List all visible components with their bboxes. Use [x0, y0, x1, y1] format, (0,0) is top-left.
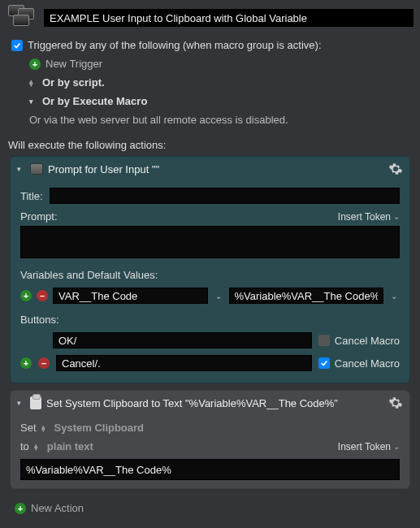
action-title: Prompt for User Input "" — [48, 163, 383, 175]
insert-token-button[interactable]: Insert Token — [338, 211, 400, 223]
add-variable-button[interactable]: + — [20, 290, 32, 301]
to-label: to — [20, 440, 29, 452]
by-script-label[interactable]: Or by script. — [42, 76, 105, 89]
insert-token-button[interactable]: Insert Token — [338, 441, 400, 452]
updown-icon[interactable] — [29, 80, 37, 86]
button-cancel-field[interactable] — [56, 355, 312, 371]
set-target-select[interactable]: System Clipboard — [54, 422, 145, 434]
add-action-button[interactable]: + — [15, 503, 26, 514]
triggered-checkbox[interactable] — [11, 40, 23, 51]
web-server-note: Or via the web server but all remote acc… — [29, 114, 288, 126]
variable-name-field[interactable] — [53, 288, 208, 304]
gear-icon[interactable] — [388, 162, 403, 176]
app-icon — [6, 5, 37, 31]
macro-title-input[interactable] — [44, 9, 414, 27]
add-trigger-button[interactable]: + — [29, 58, 41, 70]
vars-label: Variables and Default Values: — [20, 269, 158, 281]
add-button-button[interactable]: + — [20, 357, 32, 369]
title-field[interactable] — [50, 188, 400, 204]
trigger-heading: Triggered by any of the following (when … — [28, 39, 322, 51]
title-label: Title: — [20, 190, 43, 202]
prompt-label: Prompt: — [20, 210, 58, 223]
by-execute-macro-label[interactable]: Or by Execute Macro — [42, 95, 147, 107]
updown-icon[interactable] — [41, 425, 50, 431]
action-title: Set System Clipboard to Text "%Variable%… — [46, 397, 383, 409]
button-ok-field[interactable] — [53, 332, 312, 348]
action-prompt-user-input[interactable]: ▾ Prompt for User Input "" Title: Prompt… — [10, 156, 410, 383]
disclosure-icon[interactable]: ▾ — [29, 97, 37, 106]
buttons-label: Buttons: — [20, 314, 59, 326]
set-label: Set — [20, 422, 37, 434]
clipboard-text-field[interactable] — [20, 459, 400, 480]
new-action-label[interactable]: New Action — [31, 502, 84, 514]
disclosure-icon[interactable]: ▾ — [17, 399, 25, 407]
clipboard-icon — [30, 396, 41, 409]
remove-variable-button[interactable]: – — [37, 290, 48, 301]
prompt-field[interactable] — [20, 226, 400, 258]
action-set-clipboard[interactable]: ▾ Set System Clipboard to Text "%Variabl… — [10, 390, 410, 489]
chevron-down-icon[interactable]: ⌄ — [213, 292, 224, 301]
actions-heading: Will execute the following actions: — [0, 134, 420, 156]
window-icon — [30, 163, 43, 175]
to-format-select[interactable]: plain text — [47, 440, 93, 452]
updown-icon[interactable] — [34, 444, 42, 450]
chevron-down-icon[interactable]: ⌄ — [388, 292, 400, 301]
new-trigger-label[interactable]: New Trigger — [45, 58, 102, 70]
cancel-macro-label: Cancel Macro — [335, 335, 400, 347]
disclosure-icon[interactable]: ▾ — [17, 165, 25, 173]
cancel-macro-label: Cancel Macro — [335, 357, 400, 370]
cancel-macro-checkbox-cancel[interactable] — [318, 357, 330, 369]
variable-default-field[interactable] — [229, 288, 384, 304]
gear-icon[interactable] — [388, 396, 403, 410]
cancel-macro-checkbox-ok[interactable] — [318, 335, 330, 346]
remove-button-button[interactable]: – — [38, 357, 50, 369]
